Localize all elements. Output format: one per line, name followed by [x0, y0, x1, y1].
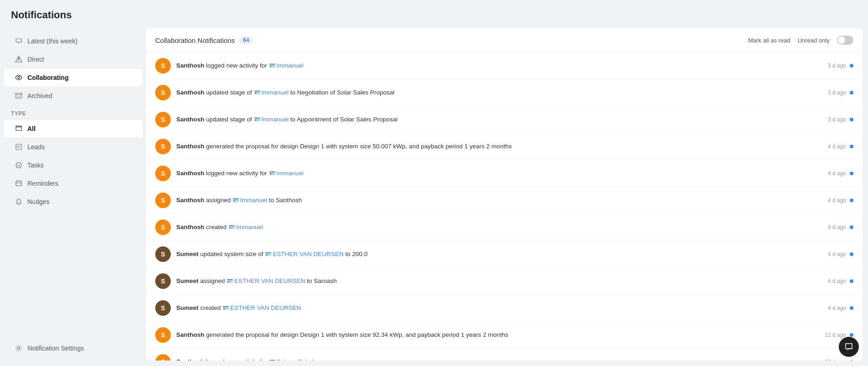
unread-only-label: Unread only [798, 37, 830, 44]
notification-item[interactable]: SSanthosh logged new activity for 🪪Imman… [146, 160, 863, 187]
person-link[interactable]: 🪪Immanuel [254, 116, 289, 123]
avatar: S [155, 220, 171, 235]
sidebar-type-reminders[interactable]: Reminders [4, 175, 142, 192]
chat-widget-button[interactable] [839, 337, 859, 357]
notification-text: Sumeet created 🪪ESTHER VAN DEURSEN [176, 304, 822, 313]
notification-item[interactable]: SSanthosh assigned 🪪Immanuel to Santhosh… [146, 187, 863, 214]
unread-dot [850, 199, 853, 202]
person-icon: 🪪 [226, 277, 233, 285]
sidebar-type-tasks-label: Tasks [27, 162, 44, 169]
sidebar-type-leads-label: Leads [27, 143, 45, 151]
notification-count-badge: 64 [239, 36, 253, 44]
leads-icon [15, 143, 23, 151]
notification-meta: 4 d ago [828, 305, 853, 311]
notification-item[interactable]: SSumeet assigned 🪪ESTHER VAN DEURSEN to … [146, 268, 863, 295]
person-icon: 🪪 [265, 251, 272, 258]
notification-list: SSanthosh logged new activity for 🪪Imman… [146, 52, 863, 361]
notification-item[interactable]: SSanthosh generated the proposal for des… [146, 133, 863, 160]
sidebar: Latest (this week) Direct [0, 28, 146, 366]
sidebar-item-archived[interactable]: Archived [4, 87, 142, 105]
notification-meta: 12 d ago [825, 359, 853, 361]
notification-meta: 3 d ago [828, 89, 853, 96]
avatar: S [155, 193, 171, 208]
archive-icon [15, 92, 23, 100]
person-link[interactable]: 🪪Immanuel [269, 170, 304, 177]
sidebar-item-direct-label: Direct [27, 56, 44, 63]
notification-item[interactable]: SSanthosh generated the proposal for des… [146, 322, 863, 349]
sidebar-item-latest[interactable]: Latest (this week) [4, 32, 142, 50]
unread-dot [850, 306, 853, 310]
time-ago: 4 d ago [828, 305, 846, 311]
person-link[interactable]: 🪪Immanuel [254, 89, 289, 96]
svg-rect-6 [16, 181, 21, 186]
person-link[interactable]: 🪪ESTHER VAN DEURSEN [226, 277, 305, 284]
sidebar-type-leads[interactable]: Leads [4, 138, 142, 156]
notification-item[interactable]: SSanthosh logged new activity for 🪪Soham… [146, 349, 863, 361]
notification-item[interactable]: SSumeet created 🪪ESTHER VAN DEURSEN4 d a… [146, 295, 863, 322]
unread-dot [850, 252, 853, 256]
notification-item[interactable]: SSanthosh updated stage of 🪪Immanuel to … [146, 106, 863, 133]
notification-item[interactable]: SSanthosh created 🪪Immanuel4 d ago [146, 214, 863, 241]
person-icon: 🪪 [254, 116, 261, 124]
notification-text: Santhosh logged new activity for 🪪Immanu… [176, 62, 822, 70]
person-link[interactable]: 🪪Soham Solruf [269, 358, 314, 361]
unread-only-toggle[interactable] [837, 36, 853, 45]
sidebar-item-collaborating[interactable]: Collaborating [4, 69, 142, 86]
svg-rect-1 [18, 60, 19, 61]
sidebar-type-all[interactable]: All [4, 120, 142, 137]
person-icon: 🪪 [269, 62, 276, 70]
content-header-left: Collaboration Notifications 64 [155, 36, 253, 44]
eye-icon [15, 73, 23, 82]
time-ago: 4 d ago [828, 170, 846, 177]
unread-dot [850, 118, 853, 121]
avatar: S [155, 300, 171, 316]
sidebar-item-archived-label: Archived [27, 92, 52, 99]
notification-meta: 3 d ago [828, 116, 853, 123]
notification-item[interactable]: SSanthosh updated stage of 🪪Immanuel to … [146, 79, 863, 106]
person-link[interactable]: 🪪Immanuel [228, 224, 263, 230]
avatar: S [155, 112, 171, 127]
time-ago: 4 d ago [828, 278, 846, 284]
reminders-icon [15, 179, 23, 188]
sidebar-type-all-label: All [27, 125, 36, 132]
unread-dot [850, 145, 853, 148]
unread-dot [850, 225, 853, 229]
alert-icon [15, 55, 23, 63]
person-link[interactable]: 🪪ESTHER VAN DEURSEN [222, 304, 301, 311]
person-icon: 🪪 [232, 197, 239, 204]
sidebar-type-nudges[interactable]: Nudges [4, 193, 142, 210]
person-link[interactable]: 🪪Immanuel [232, 197, 267, 204]
notification-text: Santhosh created 🪪Immanuel [176, 223, 822, 232]
notification-text: Santhosh logged new activity for 🪪Soham … [176, 358, 819, 361]
svg-rect-3 [16, 93, 22, 94]
notification-meta: 4 d ago [828, 278, 853, 284]
person-icon: 🪪 [228, 224, 235, 231]
notification-item[interactable]: SSumeet updated system size of 🪪ESTHER V… [146, 241, 863, 268]
page-title: Notifications [11, 9, 857, 21]
svg-point-2 [18, 77, 20, 78]
settings-label: Notification Settings [27, 345, 84, 352]
type-section-title: Type [0, 105, 146, 120]
svg-point-5 [16, 162, 21, 168]
mark-all-read-button[interactable]: Mark all as read [748, 37, 790, 44]
unread-dot [850, 279, 853, 283]
person-icon: 🪪 [254, 89, 261, 97]
settings-icon [15, 344, 23, 352]
sidebar-item-direct[interactable]: Direct [4, 51, 142, 68]
avatar: S [155, 327, 171, 343]
avatar: S [155, 139, 171, 154]
notification-settings-link[interactable]: Notification Settings [4, 340, 142, 357]
notification-text: Santhosh updated stage of 🪪Immanuel to A… [176, 115, 822, 124]
content-title: Collaboration Notifications [155, 37, 235, 44]
unread-dot [850, 172, 853, 175]
notification-text: Sumeet updated system size of 🪪ESTHER VA… [176, 250, 822, 259]
content-header: Collaboration Notifications 64 Mark all … [146, 28, 863, 52]
content-header-right: Mark all as read Unread only [748, 36, 853, 45]
time-ago: 4 d ago [828, 251, 846, 257]
sidebar-type-nudges-label: Nudges [27, 198, 49, 205]
unread-dot [850, 91, 853, 94]
person-link[interactable]: 🪪ESTHER VAN DEURSEN [265, 251, 343, 257]
person-link[interactable]: 🪪Immanuel [269, 62, 304, 69]
sidebar-type-tasks[interactable]: Tasks [4, 157, 142, 174]
notification-item[interactable]: SSanthosh logged new activity for 🪪Imman… [146, 52, 863, 79]
